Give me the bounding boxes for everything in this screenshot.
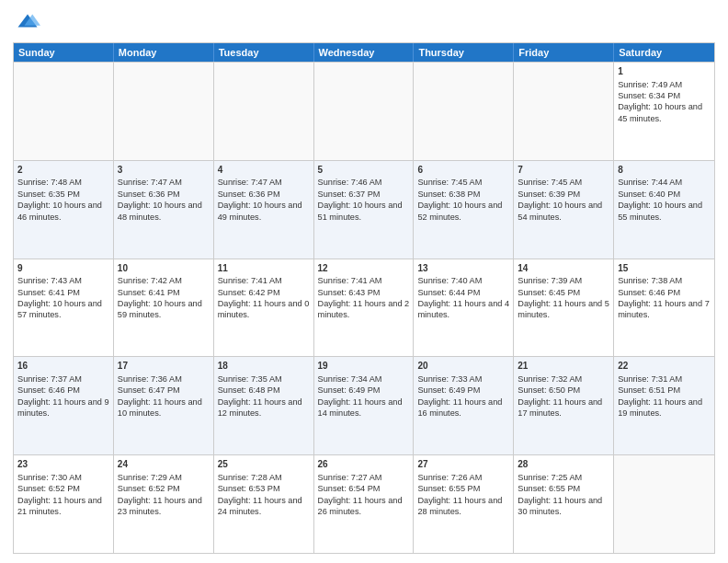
day-info: Sunrise: 7:46 AM Sunset: 6:37 PM Dayligh…	[318, 178, 403, 221]
day-cell-22: 22Sunrise: 7:31 AM Sunset: 6:51 PM Dayli…	[614, 357, 714, 454]
empty-cell-0-2	[214, 63, 314, 160]
day-info: Sunrise: 7:45 AM Sunset: 6:39 PM Dayligh…	[518, 178, 602, 221]
day-cell-23: 23Sunrise: 7:30 AM Sunset: 6:52 PM Dayli…	[14, 455, 114, 553]
day-info: Sunrise: 7:36 AM Sunset: 6:47 PM Dayligh…	[118, 374, 202, 418]
day-cell-3: 3Sunrise: 7:47 AM Sunset: 6:36 PM Daylig…	[114, 161, 214, 259]
day-cell-10: 10Sunrise: 7:42 AM Sunset: 6:41 PM Dayli…	[114, 259, 214, 357]
day-cell-13: 13Sunrise: 7:40 AM Sunset: 6:44 PM Dayli…	[414, 259, 514, 357]
day-cell-5: 5Sunrise: 7:46 AM Sunset: 6:37 PM Daylig…	[314, 161, 415, 259]
day-cell-20: 20Sunrise: 7:33 AM Sunset: 6:49 PM Dayli…	[414, 357, 514, 454]
day-info: Sunrise: 7:40 AM Sunset: 6:44 PM Dayligh…	[417, 276, 509, 319]
calendar: SundayMondayTuesdayWednesdayThursdayFrid…	[13, 42, 715, 554]
weekday-header-sunday: Sunday	[14, 43, 114, 62]
day-number: 21	[518, 360, 609, 373]
calendar-row-5: 23Sunrise: 7:30 AM Sunset: 6:52 PM Dayli…	[14, 454, 714, 553]
day-number: 6	[417, 164, 509, 177]
weekday-header-tuesday: Tuesday	[214, 43, 314, 62]
day-cell-18: 18Sunrise: 7:35 AM Sunset: 6:48 PM Dayli…	[214, 357, 314, 454]
day-info: Sunrise: 7:41 AM Sunset: 6:42 PM Dayligh…	[218, 276, 310, 319]
day-cell-8: 8Sunrise: 7:44 AM Sunset: 6:40 PM Daylig…	[614, 161, 714, 259]
weekday-header-thursday: Thursday	[414, 43, 514, 62]
day-number: 10	[118, 262, 210, 275]
day-info: Sunrise: 7:45 AM Sunset: 6:38 PM Dayligh…	[417, 178, 502, 221]
day-cell-2: 2Sunrise: 7:48 AM Sunset: 6:35 PM Daylig…	[14, 161, 114, 259]
day-info: Sunrise: 7:29 AM Sunset: 6:52 PM Dayligh…	[118, 473, 202, 516]
day-info: Sunrise: 7:47 AM Sunset: 6:36 PM Dayligh…	[118, 178, 202, 221]
day-cell-9: 9Sunrise: 7:43 AM Sunset: 6:41 PM Daylig…	[14, 259, 114, 357]
weekday-header-monday: Monday	[114, 43, 214, 62]
day-info: Sunrise: 7:34 AM Sunset: 6:49 PM Dayligh…	[318, 374, 403, 418]
day-number: 18	[218, 360, 310, 373]
calendar-row-1: 1Sunrise: 7:49 AM Sunset: 6:34 PM Daylig…	[14, 62, 714, 160]
day-info: Sunrise: 7:48 AM Sunset: 6:35 PM Dayligh…	[17, 178, 102, 221]
day-number: 11	[218, 262, 310, 275]
day-info: Sunrise: 7:33 AM Sunset: 6:49 PM Dayligh…	[417, 374, 502, 418]
day-info: Sunrise: 7:44 AM Sunset: 6:40 PM Dayligh…	[618, 178, 702, 221]
day-info: Sunrise: 7:39 AM Sunset: 6:45 PM Dayligh…	[518, 276, 609, 319]
day-number: 22	[618, 360, 711, 373]
day-info: Sunrise: 7:31 AM Sunset: 6:51 PM Dayligh…	[618, 374, 702, 418]
day-number: 27	[417, 458, 509, 471]
logo-icon	[15, 11, 40, 37]
calendar-row-4: 16Sunrise: 7:37 AM Sunset: 6:46 PM Dayli…	[14, 356, 714, 454]
day-cell-21: 21Sunrise: 7:32 AM Sunset: 6:50 PM Dayli…	[514, 357, 614, 454]
weekday-header-wednesday: Wednesday	[314, 43, 415, 62]
day-cell-26: 26Sunrise: 7:27 AM Sunset: 6:54 PM Dayli…	[314, 455, 415, 553]
day-info: Sunrise: 7:32 AM Sunset: 6:50 PM Dayligh…	[518, 374, 602, 418]
day-cell-19: 19Sunrise: 7:34 AM Sunset: 6:49 PM Dayli…	[314, 357, 415, 454]
empty-cell-0-1	[114, 63, 214, 160]
day-number: 1	[618, 65, 711, 78]
day-number: 5	[318, 164, 410, 177]
day-number: 24	[118, 458, 210, 471]
day-cell-12: 12Sunrise: 7:41 AM Sunset: 6:43 PM Dayli…	[314, 259, 415, 357]
empty-cell-0-0	[14, 63, 114, 160]
day-number: 19	[318, 360, 410, 373]
calendar-row-2: 2Sunrise: 7:48 AM Sunset: 6:35 PM Daylig…	[14, 160, 714, 259]
day-number: 8	[618, 164, 711, 177]
day-number: 25	[218, 458, 310, 471]
empty-cell-0-4	[414, 63, 514, 160]
day-info: Sunrise: 7:28 AM Sunset: 6:53 PM Dayligh…	[218, 473, 302, 516]
day-cell-28: 28Sunrise: 7:25 AM Sunset: 6:55 PM Dayli…	[514, 455, 614, 553]
day-cell-11: 11Sunrise: 7:41 AM Sunset: 6:42 PM Dayli…	[214, 259, 314, 357]
header	[13, 11, 715, 37]
day-number: 23	[17, 458, 109, 471]
weekday-header-saturday: Saturday	[614, 43, 714, 62]
empty-cell-4-6	[614, 455, 714, 553]
day-cell-24: 24Sunrise: 7:29 AM Sunset: 6:52 PM Dayli…	[114, 455, 214, 553]
day-info: Sunrise: 7:49 AM Sunset: 6:34 PM Dayligh…	[618, 80, 702, 123]
empty-cell-0-3	[314, 63, 415, 160]
day-info: Sunrise: 7:35 AM Sunset: 6:48 PM Dayligh…	[218, 374, 302, 418]
day-number: 13	[417, 262, 509, 275]
day-cell-6: 6Sunrise: 7:45 AM Sunset: 6:38 PM Daylig…	[414, 161, 514, 259]
day-number: 14	[518, 262, 609, 275]
calendar-header: SundayMondayTuesdayWednesdayThursdayFrid…	[14, 43, 714, 62]
day-number: 9	[17, 262, 109, 275]
day-info: Sunrise: 7:30 AM Sunset: 6:52 PM Dayligh…	[17, 473, 102, 516]
day-info: Sunrise: 7:27 AM Sunset: 6:54 PM Dayligh…	[318, 473, 403, 516]
day-number: 7	[518, 164, 609, 177]
day-number: 17	[118, 360, 210, 373]
day-cell-14: 14Sunrise: 7:39 AM Sunset: 6:45 PM Dayli…	[514, 259, 614, 357]
day-info: Sunrise: 7:42 AM Sunset: 6:41 PM Dayligh…	[118, 276, 202, 319]
day-number: 12	[318, 262, 410, 275]
day-cell-27: 27Sunrise: 7:26 AM Sunset: 6:55 PM Dayli…	[414, 455, 514, 553]
day-number: 28	[518, 458, 609, 471]
page: SundayMondayTuesdayWednesdayThursdayFrid…	[0, 0, 728, 563]
day-cell-4: 4Sunrise: 7:47 AM Sunset: 6:36 PM Daylig…	[214, 161, 314, 259]
empty-cell-0-5	[514, 63, 614, 160]
day-number: 4	[218, 164, 310, 177]
day-cell-16: 16Sunrise: 7:37 AM Sunset: 6:46 PM Dayli…	[14, 357, 114, 454]
logo	[13, 11, 42, 37]
day-number: 3	[118, 164, 210, 177]
day-info: Sunrise: 7:26 AM Sunset: 6:55 PM Dayligh…	[417, 473, 502, 516]
calendar-row-3: 9Sunrise: 7:43 AM Sunset: 6:41 PM Daylig…	[14, 259, 714, 357]
day-info: Sunrise: 7:41 AM Sunset: 6:43 PM Dayligh…	[318, 276, 410, 319]
day-info: Sunrise: 7:25 AM Sunset: 6:55 PM Dayligh…	[518, 473, 602, 516]
day-number: 20	[417, 360, 509, 373]
day-number: 16	[17, 360, 109, 373]
day-number: 26	[318, 458, 410, 471]
day-number: 15	[618, 262, 711, 275]
day-cell-15: 15Sunrise: 7:38 AM Sunset: 6:46 PM Dayli…	[614, 259, 714, 357]
day-cell-25: 25Sunrise: 7:28 AM Sunset: 6:53 PM Dayli…	[214, 455, 314, 553]
